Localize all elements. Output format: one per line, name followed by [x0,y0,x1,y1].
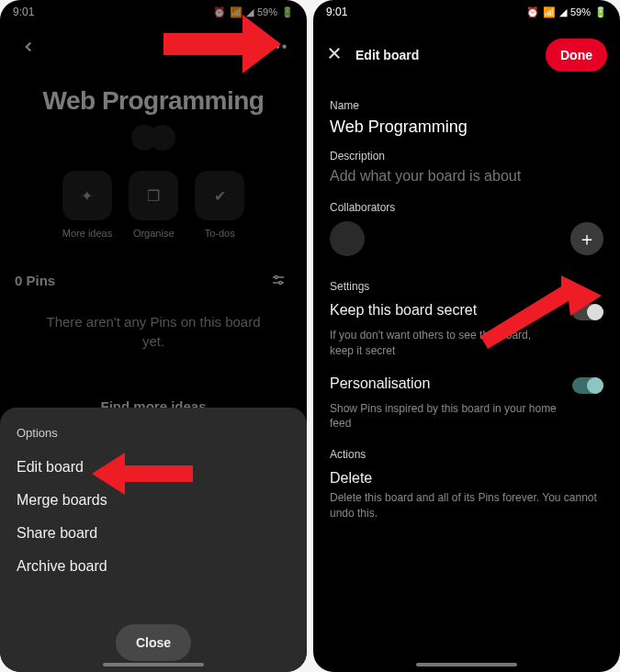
alarm-icon: ⏰ [213,6,226,18]
plus-icon: ＋ [578,227,596,252]
organise-icon: ❐ [147,187,160,205]
empty-message: There aren't any Pins on this board yet. [0,312,307,351]
settings-label: Settings [330,280,603,293]
option-share-board[interactable]: Share board [17,517,290,550]
setting-keep-secret: Keep this board secret [330,302,603,322]
setting-desc: If you don't want others to see this boa… [330,328,603,359]
chevron-left-icon [20,39,37,55]
board-actions: ✦ More ideas ❐ Organise ✔ To-dos [0,171,307,239]
personalisation-toggle[interactable] [572,377,603,394]
action-todos[interactable]: ✔ To-dos [195,171,244,239]
options-title: Options [17,426,290,440]
close-button[interactable]: Close [116,624,191,661]
board-title: Web Programming [0,86,307,116]
pins-row: 0 Pins [0,266,307,294]
status-icons: ⏰ 📶 ◢ 59% 🔋 [526,6,607,18]
sliders-icon [270,272,287,288]
sparkle-icon: ✦ [81,187,93,205]
status-time: 9:01 [13,6,34,18]
actions-label: Actions [330,448,603,461]
options-sheet: Options Edit board Merge boards Share bo… [0,408,307,672]
action-organise[interactable]: ❐ Organise [129,171,178,239]
battery-icon: 🔋 [281,6,294,18]
collaborators-row: ＋ [330,221,603,256]
add-collaborator-button[interactable]: ＋ [570,222,603,255]
delete-desc: Delete this board and all of its Pins fo… [330,490,603,521]
action-more-ideas[interactable]: ✦ More ideas [62,171,112,239]
setting-title: Personalisation [330,375,430,392]
setting-desc: Show Pins inspired by this board in your… [330,401,603,432]
close-button[interactable] [326,45,343,65]
battery-pct: 59% [257,6,277,17]
status-time: 9:01 [326,6,347,18]
description-label: Description [330,150,603,162]
nav-indicator [416,663,517,666]
svg-point-3 [279,282,282,285]
left-phone: 9:01 ⏰ 📶 ◢ 59% 🔋 ••• Web Programming ✦ M [0,0,307,672]
status-bar: 9:01 ⏰ 📶 ◢ 59% 🔋 [313,0,620,24]
edit-header: Edit board Done [313,29,620,81]
signal-icon: ◢ [246,6,254,18]
nav-indicator [103,663,204,666]
svg-point-2 [275,276,277,279]
board-header: ••• [0,24,307,61]
check-icon: ✔ [214,187,226,205]
action-label: Organise [133,228,175,239]
avatar [150,125,175,151]
wifi-icon: 📶 [543,6,556,18]
page-title: Edit board [355,48,419,62]
edit-body: Name Web Programming Description Add wha… [313,81,620,521]
name-label: Name [330,99,603,112]
action-label: More ideas [62,228,112,239]
description-field[interactable]: Add what your board is about [330,168,603,185]
done-button[interactable]: Done [546,39,607,72]
right-phone: 9:01 ⏰ 📶 ◢ 59% 🔋 Edit board Done Name We… [313,0,620,672]
name-field[interactable]: Web Programming [330,118,603,137]
status-icons: ⏰ 📶 ◢ 59% 🔋 [213,6,294,18]
action-label: To-dos [205,228,235,239]
status-bar: 9:01 ⏰ 📶 ◢ 59% 🔋 [0,0,307,24]
battery-icon: 🔋 [594,6,607,18]
keep-secret-toggle[interactable] [572,304,603,320]
collaborators-label: Collaborators [330,201,603,214]
pins-count: 0 Pins [15,273,55,288]
alarm-icon: ⏰ [526,6,539,18]
delete-board[interactable]: Delete [330,470,603,487]
signal-icon: ◢ [559,6,567,18]
option-archive-board[interactable]: Archive board [17,550,290,583]
board-avatars [0,125,307,151]
back-button[interactable] [15,33,42,61]
option-merge-boards[interactable]: Merge boards [17,484,290,517]
setting-personalisation: Personalisation [330,375,603,396]
close-icon [326,45,343,62]
more-options-button[interactable]: ••• [265,33,292,61]
battery-pct: 59% [570,6,591,17]
setting-title: Keep this board secret [330,302,477,319]
filter-button[interactable] [265,266,292,294]
wifi-icon: 📶 [230,6,242,18]
option-edit-board[interactable]: Edit board [17,451,290,484]
avatar[interactable] [330,221,365,256]
